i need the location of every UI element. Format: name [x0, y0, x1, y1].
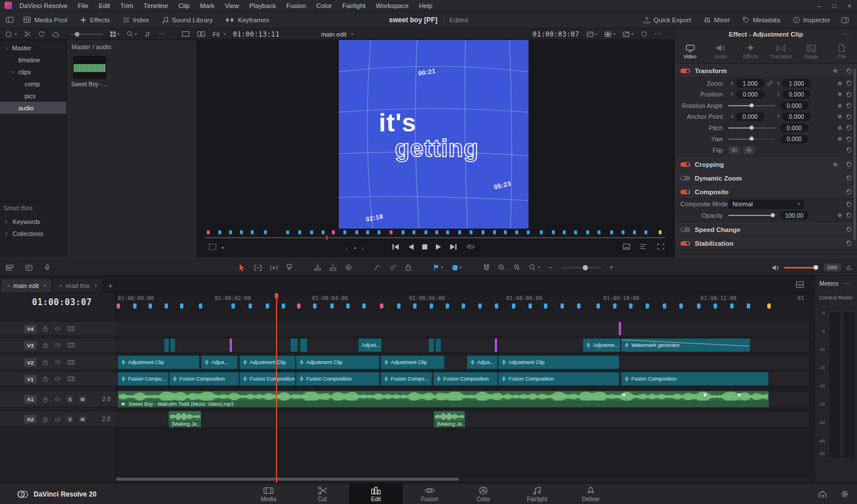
viewer-marker[interactable]	[413, 230, 415, 234]
track-badge[interactable]: A2	[24, 415, 37, 423]
auto-select-icon[interactable]	[54, 376, 61, 382]
timeline-clip-V2[interactable]: Adjustment Clip	[498, 355, 619, 369]
viewer-marker-strip[interactable]	[205, 230, 666, 235]
mixer-button[interactable]: Mixer	[698, 11, 736, 29]
timeline-clip-V1[interactable]: Fusion Composition	[498, 372, 619, 386]
viewer-marker[interactable]	[251, 230, 254, 234]
section-transform[interactable]: Transform	[675, 64, 857, 78]
viewer-marker[interactable]	[425, 230, 427, 234]
timeline-clip-V1[interactable]: Fusion Compo...	[118, 372, 169, 386]
viewer-marker[interactable]	[402, 230, 405, 234]
track-enable-icon[interactable]	[67, 342, 75, 348]
link-icon[interactable]	[767, 80, 773, 86]
menu-clip[interactable]: Clip	[173, 0, 195, 11]
viewer-marker[interactable]	[355, 230, 358, 234]
track-header-V1[interactable]: V1	[0, 371, 116, 386]
menu-davinci-resolve[interactable]: DaVinci Resolve	[14, 0, 73, 11]
timeline-marker[interactable]	[362, 303, 366, 309]
keyframe-icon[interactable]	[833, 162, 838, 166]
cloud-icon[interactable]	[52, 31, 59, 37]
track-badge[interactable]: V3	[24, 341, 37, 350]
retime-curve-icon[interactable]	[374, 265, 381, 271]
timeline-marker[interactable]	[478, 303, 482, 309]
inspector-button[interactable]: Inspector	[787, 11, 836, 29]
sidebar-item-audio[interactable]: audio	[0, 102, 66, 114]
chevron-down-icon[interactable]: ▾	[44, 283, 46, 288]
opacity-field[interactable]: 100.00	[780, 211, 808, 219]
reset-icon[interactable]	[846, 241, 851, 246]
menu-fusion[interactable]: Fusion	[281, 0, 311, 11]
tab-effects[interactable]: Effects	[735, 40, 766, 63]
blade-tool-icon[interactable]	[286, 264, 293, 271]
timeline-clip-V3[interactable]	[230, 338, 232, 352]
maximize-button[interactable]: □	[832, 2, 836, 9]
zoom-in-icon[interactable]: +	[610, 263, 614, 271]
reset-icon[interactable]	[846, 213, 851, 218]
auto-select-icon[interactable]	[54, 326, 61, 331]
anchor-y-field[interactable]: 0.000	[782, 113, 811, 121]
timeline-marker[interactable]	[767, 303, 771, 309]
page-button-color[interactable]: Color	[456, 483, 510, 504]
viewer-marker[interactable]	[207, 230, 210, 234]
keyframe-icon[interactable]	[838, 81, 842, 86]
clip-lock-icon[interactable]	[405, 264, 411, 271]
timeline-clip-V1[interactable]: Fusion Compo...	[381, 372, 432, 386]
track-badge[interactable]: V1	[24, 375, 37, 383]
inspector-scrollbar[interactable]	[854, 69, 856, 240]
timeline-clip-V1[interactable]: Fusion Composition	[169, 372, 239, 386]
add-timeline-tab-button[interactable]: +	[104, 279, 117, 293]
menu-trim[interactable]: Trim	[115, 0, 139, 11]
keyframe-icon[interactable]	[838, 103, 842, 108]
timeline-clip-V1[interactable]: Fusion Composition	[296, 372, 379, 386]
flip-horizontal-button[interactable]	[728, 146, 740, 154]
sidebar-item-comp[interactable]: comp	[0, 78, 66, 90]
voiceover-mic-icon[interactable]	[44, 264, 50, 271]
timeline-marker[interactable]	[560, 303, 564, 309]
speed-change-toggle[interactable]	[680, 227, 690, 232]
viewer-marker[interactable]	[574, 230, 577, 234]
track-lane-V4[interactable]	[116, 321, 809, 336]
timeline-tab-read-this[interactable]: ×read this▾	[53, 279, 102, 293]
viewer-marker[interactable]	[470, 230, 472, 234]
auto-select-icon[interactable]	[54, 359, 61, 365]
timeline-marker[interactable]	[613, 303, 616, 309]
sound-library-button[interactable]: Sound Library	[155, 11, 219, 28]
reset-icon[interactable]	[846, 81, 851, 86]
viewer-marker[interactable]	[493, 230, 496, 234]
inspector-options-icon[interactable]: ···	[843, 31, 852, 38]
timeline-clip-V2[interactable]: Adjus...	[467, 355, 498, 369]
dim-button[interactable]: DIM	[824, 263, 842, 271]
timeline-clip-V3[interactable]	[300, 338, 307, 352]
panel-toggle-icon[interactable]	[6, 17, 14, 23]
timeline-marker[interactable]	[266, 303, 269, 309]
timeline-clip-V2[interactable]: Adjustment Clip	[118, 355, 199, 369]
overwrite-clip-icon[interactable]	[330, 264, 337, 271]
reset-icon[interactable]	[846, 202, 851, 207]
scopes-icon[interactable]: ▾	[587, 31, 598, 37]
menu-color[interactable]: Color	[311, 0, 337, 11]
timeline-marker[interactable]	[346, 303, 350, 309]
timeline-clip-A1[interactable]: Sweet Boy - Malcolm Todd (Music Video).m…	[118, 391, 769, 407]
timeline-view-icon[interactable]	[640, 243, 647, 251]
lock-icon[interactable]	[43, 359, 48, 365]
track-header-V4[interactable]: V4	[0, 321, 116, 336]
auto-select-icon[interactable]	[54, 417, 61, 422]
refresh-icon[interactable]	[641, 31, 647, 37]
lock-icon[interactable]	[43, 376, 48, 382]
viewer-marker[interactable]	[482, 230, 484, 234]
next-clip-icon[interactable]: ›	[362, 246, 363, 251]
jog-playhead[interactable]	[326, 235, 327, 240]
sidebar-item-clips[interactable]: clips	[0, 66, 66, 78]
menu-view[interactable]: View	[220, 0, 245, 11]
index-button[interactable]: Index	[117, 11, 155, 28]
timeline-scrollbar-thumb[interactable]	[116, 478, 459, 481]
transform-toggle[interactable]	[680, 69, 690, 73]
viewer-marker[interactable]	[322, 230, 325, 234]
viewer-marker[interactable]	[435, 230, 438, 234]
timeline-clip-V2[interactable]: Adjus...	[201, 355, 238, 369]
media-pool-options-icon[interactable]: ···	[158, 31, 166, 37]
viewer-marker[interactable]	[622, 230, 624, 234]
page-button-cut[interactable]: Cut	[295, 483, 349, 504]
meter-layout-icon[interactable]	[846, 265, 852, 271]
subtitle-track-icon[interactable]	[25, 265, 33, 271]
